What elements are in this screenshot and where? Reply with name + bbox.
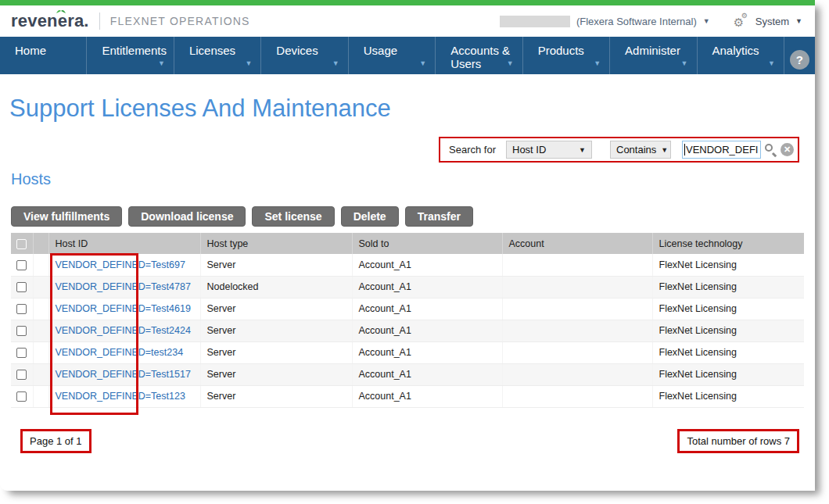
account-cell <box>502 254 652 276</box>
host-type-cell: Server <box>200 385 352 407</box>
nav-item-label: Entitlements <box>102 44 167 57</box>
sold-to-cell: Account_A1 <box>352 276 502 298</box>
chevron-down-icon: ▼ <box>579 146 586 154</box>
sold-to-cell: Account_A1 <box>352 385 502 407</box>
chevron-down-icon: ▼ <box>507 57 514 70</box>
table-footer: Page 1 of 1 Total number of rows 7 <box>20 429 799 453</box>
table-row: VENDOR_DEFINED=Test4787NodelockedAccount… <box>11 276 804 298</box>
app-header: revenera. FLEXNET OPERATIONS (Flexera So… <box>0 5 815 37</box>
spacer-cell <box>33 276 48 298</box>
search-input-wrap <box>682 141 761 159</box>
nav-item-licenses[interactable]: Licenses▼ <box>174 37 260 74</box>
license-technology-cell: FlexNet Licensing <box>652 385 804 407</box>
account-dropdown-caret-icon[interactable]: ▼ <box>703 17 710 25</box>
host-id-cell: VENDOR_DEFINED=Test4787 <box>48 276 200 298</box>
nav-item-label: Analytics <box>712 44 759 57</box>
account-cell <box>502 363 652 385</box>
spacer-cell <box>33 254 48 276</box>
select-all-cell <box>11 233 33 254</box>
host-id-cell: VENDOR_DEFINED=Test123 <box>48 385 200 407</box>
host-id-link[interactable]: VENDOR_DEFINED=Test1517 <box>56 369 191 380</box>
row-checkbox[interactable] <box>16 282 27 292</box>
delete-button[interactable]: Delete <box>341 206 399 227</box>
host-id-link[interactable]: VENDOR_DEFINED=Test697 <box>56 259 185 270</box>
row-checkbox[interactable] <box>16 260 27 270</box>
clear-search-icon[interactable]: ✕ <box>781 143 794 156</box>
host-id-link[interactable]: VENDOR_DEFINED=Test2424 <box>56 325 191 336</box>
chevron-down-icon: ▼ <box>661 146 668 154</box>
help-button[interactable]: ? <box>790 50 809 70</box>
license-technology-cell: FlexNet Licensing <box>652 276 804 298</box>
license-technology-cell: FlexNet Licensing <box>652 341 804 363</box>
row-checkbox[interactable] <box>16 370 27 380</box>
column-header-host-type[interactable]: Host type <box>200 233 352 254</box>
gears-icon: ⚙⚙ <box>734 14 749 28</box>
host-id-link[interactable]: VENDOR_DEFINED=Test4619 <box>56 303 191 314</box>
row-checkbox[interactable] <box>16 348 27 358</box>
host-id-link[interactable]: VENDOR_DEFINED=test234 <box>56 347 184 358</box>
hosts-table-body: VENDOR_DEFINED=Test697ServerAccount_A1Fl… <box>11 254 804 407</box>
search-annotation-box: Search for Host ID ▼ Contains ▼ ✕ <box>439 137 799 163</box>
view-fulfillments-button[interactable]: View fulfillments <box>11 206 122 227</box>
column-header-license-technology[interactable]: License technology <box>652 233 804 254</box>
nav-item-entitlements[interactable]: Entitlements▼ <box>86 37 173 74</box>
host-id-link[interactable]: VENDOR_DEFINED=Test123 <box>56 391 185 402</box>
table-row: VENDOR_DEFINED=Test2424ServerAccount_A1F… <box>11 320 804 341</box>
search-field-value: Host ID <box>512 144 546 155</box>
search-input[interactable] <box>682 141 761 159</box>
search-operator-value: Contains <box>616 144 656 155</box>
search-row: Search for Host ID ▼ Contains ▼ ✕ <box>0 137 799 163</box>
row-checkbox[interactable] <box>16 326 27 336</box>
table-row: VENDOR_DEFINED=Test1517ServerAccount_A1F… <box>11 363 804 385</box>
host-id-cell: VENDOR_DEFINED=Test4619 <box>48 298 200 320</box>
search-icon[interactable] <box>764 143 778 157</box>
nav-item-usage[interactable]: Usage▼ <box>348 37 435 74</box>
account-context-label[interactable]: (Flexera Software Internal) <box>576 16 697 27</box>
nav-item-accounts-users[interactable]: Accounts & Users▼ <box>435 37 522 74</box>
select-all-checkbox[interactable] <box>16 239 27 249</box>
host-type-cell: Server <box>200 320 352 341</box>
search-operator-select[interactable]: Contains ▼ <box>610 141 671 159</box>
hosts-section-title: Hosts <box>11 170 815 188</box>
nav-item-home[interactable]: Home <box>0 37 86 74</box>
sold-to-cell: Account_A1 <box>352 363 502 385</box>
hosts-toolbar: View fulfillmentsDownload licenseSet lic… <box>11 206 815 227</box>
host-id-link[interactable]: VENDOR_DEFINED=Test4787 <box>56 281 191 292</box>
chevron-down-icon: ▼ <box>245 57 252 70</box>
host-id-cell: VENDOR_DEFINED=Test697 <box>48 254 200 276</box>
row-checkbox[interactable] <box>16 391 27 402</box>
system-menu[interactable]: System <box>755 16 789 27</box>
table-row: VENDOR_DEFINED=Test123ServerAccount_A1Fl… <box>11 385 804 407</box>
leaf-icon <box>56 8 66 14</box>
nav-item-products[interactable]: Products▼ <box>522 37 609 74</box>
table-row: VENDOR_DEFINED=test234ServerAccount_A1Fl… <box>11 341 804 363</box>
chevron-down-icon: ▼ <box>158 57 165 70</box>
product-name: FLEXNET OPERATIONS <box>110 15 250 27</box>
spacer-cell <box>33 341 48 363</box>
sold-to-cell: Account_A1 <box>352 341 502 363</box>
nav-item-devices[interactable]: Devices▼ <box>260 37 347 74</box>
revenera-logo-text: revenera. <box>11 11 89 30</box>
chevron-down-icon: ▼ <box>419 57 426 70</box>
nav-item-label: Licenses <box>189 44 235 57</box>
nav-item-analytics[interactable]: Analytics▼ <box>697 37 784 74</box>
host-type-cell: Server <box>200 341 352 363</box>
download-license-button[interactable]: Download license <box>128 206 246 227</box>
nav-item-administer[interactable]: Administer▼ <box>609 37 696 74</box>
row-checkbox-cell <box>11 363 33 385</box>
column-header-sold-to[interactable]: Sold to <box>352 233 502 254</box>
table-header-row: Host IDHost typeSold toAccountLicense te… <box>11 233 804 254</box>
nav-help-area: ? <box>784 37 815 74</box>
brand-accent-bar <box>0 0 815 5</box>
column-header-account[interactable]: Account <box>502 233 652 254</box>
row-checkbox[interactable] <box>16 304 27 314</box>
total-rows: Total number of rows 7 <box>677 429 799 453</box>
transfer-button[interactable]: Transfer <box>405 206 473 227</box>
set-license-button[interactable]: Set license <box>252 206 334 227</box>
search-field-select[interactable]: Host ID ▼ <box>506 141 592 159</box>
account-cell <box>502 298 652 320</box>
system-dropdown-caret-icon[interactable]: ▼ <box>795 17 802 25</box>
main-nav: HomeEntitlements▼Licenses▼Devices▼Usage▼… <box>0 37 815 74</box>
column-header-host-id[interactable]: Host ID <box>48 233 200 254</box>
sold-to-cell: Account_A1 <box>352 254 502 276</box>
